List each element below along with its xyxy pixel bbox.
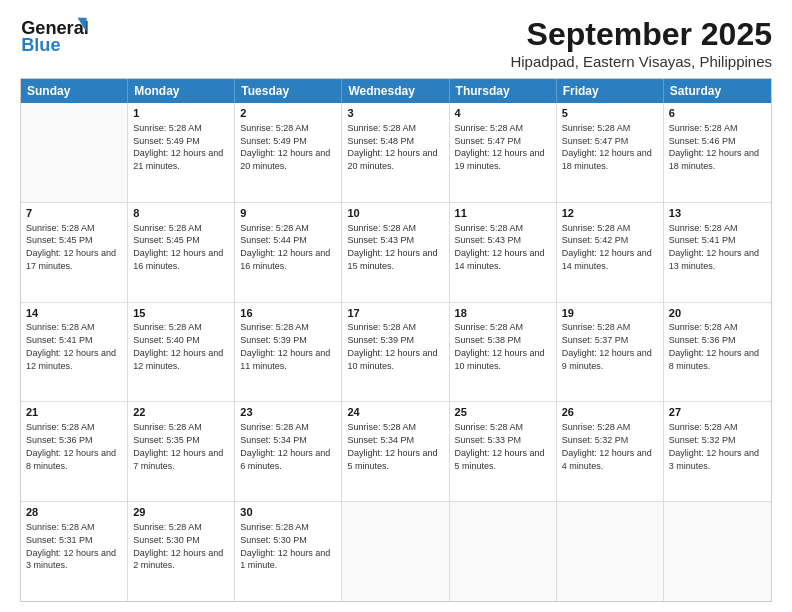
cell-info: Sunrise: 5:28 AMSunset: 5:33 PMDaylight:…	[455, 422, 545, 470]
cal-cell: 22Sunrise: 5:28 AMSunset: 5:35 PMDayligh…	[128, 402, 235, 501]
day-number: 8	[133, 206, 229, 221]
day-number: 21	[26, 405, 122, 420]
cell-info: Sunrise: 5:28 AMSunset: 5:45 PMDaylight:…	[26, 223, 116, 271]
cell-info: Sunrise: 5:28 AMSunset: 5:38 PMDaylight:…	[455, 322, 545, 370]
day-number: 19	[562, 306, 658, 321]
day-number: 27	[669, 405, 766, 420]
cell-info: Sunrise: 5:28 AMSunset: 5:32 PMDaylight:…	[562, 422, 652, 470]
cal-cell: 28Sunrise: 5:28 AMSunset: 5:31 PMDayligh…	[21, 502, 128, 601]
header: General Blue September 2025 Hipadpad, Ea…	[20, 16, 772, 70]
page: General Blue September 2025 Hipadpad, Ea…	[0, 0, 792, 612]
day-number: 5	[562, 106, 658, 121]
cal-cell: 16Sunrise: 5:28 AMSunset: 5:39 PMDayligh…	[235, 303, 342, 402]
cal-cell: 27Sunrise: 5:28 AMSunset: 5:32 PMDayligh…	[664, 402, 771, 501]
cal-row-3: 21Sunrise: 5:28 AMSunset: 5:36 PMDayligh…	[21, 402, 771, 502]
svg-text:Blue: Blue	[21, 35, 60, 55]
cell-info: Sunrise: 5:28 AMSunset: 5:34 PMDaylight:…	[347, 422, 437, 470]
cal-cell: 13Sunrise: 5:28 AMSunset: 5:41 PMDayligh…	[664, 203, 771, 302]
cal-cell: 8Sunrise: 5:28 AMSunset: 5:45 PMDaylight…	[128, 203, 235, 302]
cell-info: Sunrise: 5:28 AMSunset: 5:36 PMDaylight:…	[26, 422, 116, 470]
day-number: 3	[347, 106, 443, 121]
cal-cell	[450, 502, 557, 601]
cal-cell: 1Sunrise: 5:28 AMSunset: 5:49 PMDaylight…	[128, 103, 235, 202]
cell-info: Sunrise: 5:28 AMSunset: 5:34 PMDaylight:…	[240, 422, 330, 470]
cal-cell: 9Sunrise: 5:28 AMSunset: 5:44 PMDaylight…	[235, 203, 342, 302]
calendar-body: 1Sunrise: 5:28 AMSunset: 5:49 PMDaylight…	[21, 103, 771, 601]
cal-row-0: 1Sunrise: 5:28 AMSunset: 5:49 PMDaylight…	[21, 103, 771, 203]
cell-info: Sunrise: 5:28 AMSunset: 5:41 PMDaylight:…	[669, 223, 759, 271]
cell-info: Sunrise: 5:28 AMSunset: 5:47 PMDaylight:…	[562, 123, 652, 171]
day-number: 17	[347, 306, 443, 321]
day-number: 23	[240, 405, 336, 420]
day-number: 16	[240, 306, 336, 321]
day-number: 26	[562, 405, 658, 420]
main-title: September 2025	[510, 16, 772, 53]
day-number: 20	[669, 306, 766, 321]
cell-info: Sunrise: 5:28 AMSunset: 5:46 PMDaylight:…	[669, 123, 759, 171]
cal-cell: 23Sunrise: 5:28 AMSunset: 5:34 PMDayligh…	[235, 402, 342, 501]
calendar-header: Sunday Monday Tuesday Wednesday Thursday…	[21, 79, 771, 103]
cell-info: Sunrise: 5:28 AMSunset: 5:44 PMDaylight:…	[240, 223, 330, 271]
day-number: 28	[26, 505, 122, 520]
logo-svg: General Blue	[20, 16, 95, 56]
cal-cell: 14Sunrise: 5:28 AMSunset: 5:41 PMDayligh…	[21, 303, 128, 402]
cal-cell: 20Sunrise: 5:28 AMSunset: 5:36 PMDayligh…	[664, 303, 771, 402]
cell-info: Sunrise: 5:28 AMSunset: 5:43 PMDaylight:…	[455, 223, 545, 271]
cal-row-4: 28Sunrise: 5:28 AMSunset: 5:31 PMDayligh…	[21, 502, 771, 601]
day-number: 24	[347, 405, 443, 420]
day-number: 25	[455, 405, 551, 420]
header-wednesday: Wednesday	[342, 79, 449, 103]
header-monday: Monday	[128, 79, 235, 103]
day-number: 11	[455, 206, 551, 221]
cell-info: Sunrise: 5:28 AMSunset: 5:42 PMDaylight:…	[562, 223, 652, 271]
cell-info: Sunrise: 5:28 AMSunset: 5:40 PMDaylight:…	[133, 322, 223, 370]
cell-info: Sunrise: 5:28 AMSunset: 5:49 PMDaylight:…	[240, 123, 330, 171]
subtitle: Hipadpad, Eastern Visayas, Philippines	[510, 53, 772, 70]
cal-cell: 4Sunrise: 5:28 AMSunset: 5:47 PMDaylight…	[450, 103, 557, 202]
cell-info: Sunrise: 5:28 AMSunset: 5:48 PMDaylight:…	[347, 123, 437, 171]
cal-cell	[21, 103, 128, 202]
header-saturday: Saturday	[664, 79, 771, 103]
day-number: 1	[133, 106, 229, 121]
cell-info: Sunrise: 5:28 AMSunset: 5:49 PMDaylight:…	[133, 123, 223, 171]
day-number: 22	[133, 405, 229, 420]
cal-cell: 30Sunrise: 5:28 AMSunset: 5:30 PMDayligh…	[235, 502, 342, 601]
cell-info: Sunrise: 5:28 AMSunset: 5:30 PMDaylight:…	[240, 522, 330, 570]
cell-info: Sunrise: 5:28 AMSunset: 5:32 PMDaylight:…	[669, 422, 759, 470]
day-number: 2	[240, 106, 336, 121]
day-number: 10	[347, 206, 443, 221]
day-number: 13	[669, 206, 766, 221]
day-number: 30	[240, 505, 336, 520]
cal-cell: 17Sunrise: 5:28 AMSunset: 5:39 PMDayligh…	[342, 303, 449, 402]
day-number: 7	[26, 206, 122, 221]
day-number: 6	[669, 106, 766, 121]
header-sunday: Sunday	[21, 79, 128, 103]
cell-info: Sunrise: 5:28 AMSunset: 5:31 PMDaylight:…	[26, 522, 116, 570]
cell-info: Sunrise: 5:28 AMSunset: 5:30 PMDaylight:…	[133, 522, 223, 570]
calendar: Sunday Monday Tuesday Wednesday Thursday…	[20, 78, 772, 602]
cal-cell: 15Sunrise: 5:28 AMSunset: 5:40 PMDayligh…	[128, 303, 235, 402]
cal-cell: 7Sunrise: 5:28 AMSunset: 5:45 PMDaylight…	[21, 203, 128, 302]
cal-cell: 10Sunrise: 5:28 AMSunset: 5:43 PMDayligh…	[342, 203, 449, 302]
cell-info: Sunrise: 5:28 AMSunset: 5:36 PMDaylight:…	[669, 322, 759, 370]
cell-info: Sunrise: 5:28 AMSunset: 5:37 PMDaylight:…	[562, 322, 652, 370]
cell-info: Sunrise: 5:28 AMSunset: 5:43 PMDaylight:…	[347, 223, 437, 271]
cal-cell	[342, 502, 449, 601]
day-number: 29	[133, 505, 229, 520]
cal-row-2: 14Sunrise: 5:28 AMSunset: 5:41 PMDayligh…	[21, 303, 771, 403]
logo: General Blue	[20, 16, 100, 60]
cal-cell: 3Sunrise: 5:28 AMSunset: 5:48 PMDaylight…	[342, 103, 449, 202]
cell-info: Sunrise: 5:28 AMSunset: 5:35 PMDaylight:…	[133, 422, 223, 470]
cal-cell: 6Sunrise: 5:28 AMSunset: 5:46 PMDaylight…	[664, 103, 771, 202]
cell-info: Sunrise: 5:28 AMSunset: 5:39 PMDaylight:…	[240, 322, 330, 370]
day-number: 12	[562, 206, 658, 221]
day-number: 14	[26, 306, 122, 321]
cal-cell: 24Sunrise: 5:28 AMSunset: 5:34 PMDayligh…	[342, 402, 449, 501]
cell-info: Sunrise: 5:28 AMSunset: 5:41 PMDaylight:…	[26, 322, 116, 370]
day-number: 9	[240, 206, 336, 221]
header-thursday: Thursday	[450, 79, 557, 103]
header-tuesday: Tuesday	[235, 79, 342, 103]
day-number: 18	[455, 306, 551, 321]
day-number: 4	[455, 106, 551, 121]
cal-cell: 29Sunrise: 5:28 AMSunset: 5:30 PMDayligh…	[128, 502, 235, 601]
